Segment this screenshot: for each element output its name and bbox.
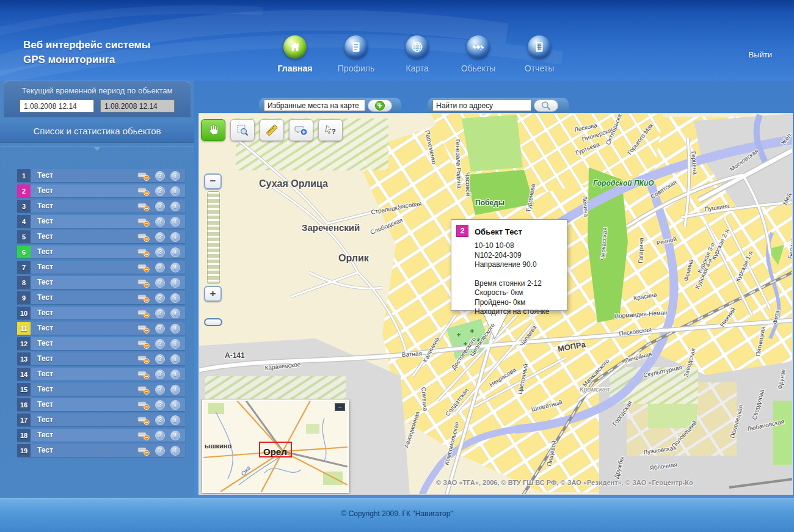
truck-icon[interactable] [137,400,150,410]
nav-item-reports[interactable]: Отчеты [512,35,567,73]
truck-icon[interactable] [137,202,150,211]
add-comment-tool[interactable] [289,119,313,141]
truck-icon[interactable] [137,446,150,456]
info-icon[interactable]: i [170,217,180,227]
info-icon[interactable]: i [170,431,180,440]
pan-tool[interactable] [201,119,225,141]
truck-icon[interactable] [137,431,150,440]
ruler-tool[interactable] [260,119,284,141]
truck-icon[interactable] [137,293,150,303]
truck-icon[interactable] [137,354,150,364]
object-row[interactable]: 10Тест?i [17,307,185,319]
help-icon[interactable]: ? [155,308,165,318]
object-row[interactable]: 9Тест?i [17,291,185,304]
zoom-slider-handle[interactable] [204,318,222,326]
truck-icon[interactable] [137,278,150,288]
info-icon[interactable]: i [170,385,180,395]
object-row[interactable]: 18Тест?i [17,429,185,442]
nav-item-home[interactable]: Главная [268,35,322,73]
zoom-in-button[interactable]: + [204,286,222,302]
truck-icon[interactable] [137,247,150,257]
help-icon[interactable]: ? [155,278,165,288]
object-row[interactable]: 14Тест?i [17,368,185,381]
help-icon[interactable]: ? [155,446,165,456]
address-search-button[interactable] [534,100,558,112]
help-icon[interactable]: ? [155,415,165,425]
truck-icon[interactable] [137,385,150,395]
map-canvas[interactable]: Сухая ОрлицаЗареченскийОрликСтрелецкаяСл… [198,113,793,495]
object-row[interactable]: 7Тест?i [17,261,185,274]
help-icon[interactable]: ? [155,247,165,257]
truck-icon[interactable] [137,415,150,425]
info-icon[interactable]: i [170,354,180,364]
help-icon[interactable]: ? [155,202,165,211]
help-icon[interactable]: ? [155,232,165,242]
help-icon[interactable]: ? [155,400,165,410]
object-row[interactable]: 17Тест?i [17,414,185,426]
info-icon[interactable]: i [170,370,180,379]
info-icon[interactable]: i [170,293,180,303]
info-icon[interactable]: i [170,186,180,196]
address-search-input[interactable] [432,100,531,111]
info-icon[interactable]: i [170,263,180,272]
nav-item-objects[interactable]: Обьекты [451,35,506,73]
info-icon[interactable]: i [170,400,180,410]
info-icon[interactable]: i [170,308,180,318]
help-icon[interactable]: ? [155,431,165,440]
zoom-slider-track[interactable] [207,191,220,284]
help-icon[interactable]: ? [155,354,165,364]
object-row[interactable]: 4Тест?i [17,215,185,228]
object-row[interactable]: 19Тест?i [17,444,185,457]
truck-icon[interactable] [137,308,150,318]
object-row[interactable]: 11Тест?i [17,322,185,335]
truck-icon[interactable] [137,370,150,379]
minimap-collapse-button[interactable]: − [335,403,345,411]
object-row[interactable]: 15Тест?i [17,383,185,396]
truck-icon[interactable] [137,232,150,242]
help-icon[interactable]: ? [155,293,165,303]
object-row[interactable]: 6Тест?i [17,246,185,258]
help-icon[interactable]: ? [155,339,165,349]
nav-item-profile[interactable]: Профиль [329,35,384,73]
info-icon[interactable]: i [170,415,180,425]
info-icon[interactable]: i [170,247,180,257]
info-icon[interactable]: i [170,232,180,242]
object-row[interactable]: 16Тест?i [17,398,185,411]
object-row[interactable]: 2Тест?i [17,184,185,197]
nav-item-map[interactable]: Карта [390,35,445,73]
info-icon[interactable]: i [170,339,180,349]
help-icon[interactable]: ? [155,385,165,395]
help-icon[interactable]: ? [155,186,165,196]
truck-icon[interactable] [137,263,150,272]
help-icon[interactable]: ? [155,217,165,227]
favorite-places-input[interactable] [264,100,365,111]
period-to-input[interactable] [100,100,175,112]
info-icon[interactable]: i [170,446,180,456]
info-icon[interactable]: i [170,202,180,211]
help-pointer-tool[interactable]: ? [318,119,343,141]
help-icon[interactable]: ? [155,370,165,379]
info-icon[interactable]: i [170,278,180,288]
info-icon[interactable]: i [170,324,180,333]
zoom-rect-tool[interactable] [230,119,255,141]
info-icon[interactable]: i [170,171,180,181]
object-row[interactable]: 3Тест?i [17,200,185,213]
zoom-out-button[interactable]: − [204,173,222,189]
object-row[interactable]: 5Тест?i [17,230,185,243]
object-row[interactable]: 13Тест?i [17,352,185,365]
object-row[interactable]: 1Тест?i [17,169,185,182]
object-row[interactable]: 12Тест?i [17,337,185,350]
period-from-input[interactable] [20,100,94,112]
truck-icon[interactable] [137,339,150,349]
logout-link[interactable]: Выйти [749,50,773,59]
help-icon[interactable]: ? [155,324,165,333]
truck-icon[interactable] [137,186,150,196]
help-icon[interactable]: ? [155,171,165,181]
truck-icon[interactable] [137,171,150,181]
object-row[interactable]: 8Тест?i [17,276,185,289]
minimap[interactable]: ышкиноОрелОка − [202,399,349,493]
truck-icon[interactable] [137,324,150,333]
truck-icon[interactable] [137,217,150,227]
add-favorite-button[interactable] [368,100,392,112]
help-icon[interactable]: ? [155,263,165,272]
